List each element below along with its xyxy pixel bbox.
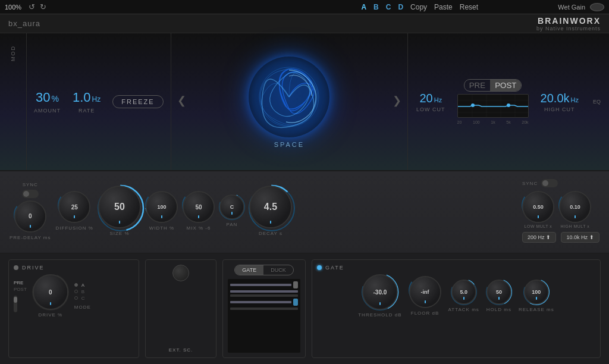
mode-selector: A B C MODE (74, 283, 91, 310)
gate-duck-toggle: GATE DUCK (234, 265, 293, 275)
eq-freq-20: 20 (457, 120, 462, 124)
gate-handle-1[interactable] (293, 281, 298, 288)
release-knob[interactable]: 100 (524, 280, 549, 305)
high-mult-knob[interactable]: 0.10 (559, 191, 591, 223)
attack-group: 5.0 ATTACK ms (448, 280, 479, 312)
sync-toggle-left[interactable] (22, 190, 39, 198)
gate-bar-1 (230, 284, 291, 286)
paste-button[interactable]: Paste (434, 3, 453, 11)
nav-left-arrow[interactable]: ❮ (177, 94, 186, 107)
preset-a[interactable]: A (361, 3, 366, 11)
reset-button[interactable]: Reset (460, 3, 478, 11)
gate-type-gate[interactable]: GATE (235, 265, 263, 275)
high-mult-label: HIGH MULT x (561, 224, 590, 228)
mix-value: 50 (195, 204, 202, 211)
width-knob[interactable]: 100 (146, 191, 178, 223)
gate-handle-2[interactable] (293, 299, 298, 306)
drive-knob[interactable]: 0 (33, 274, 68, 310)
size-value: 50 (114, 202, 125, 212)
pre-button[interactable]: PRE (464, 80, 490, 91)
low-cut-unit: Hz (434, 96, 442, 103)
low-cut-label: LOW CUT (416, 106, 445, 112)
floor-group: -inf FLOOR dB (409, 276, 441, 316)
drive-label: DRIVE (22, 265, 45, 271)
post-button[interactable]: POST (490, 80, 521, 91)
gate-bar-row-1 (230, 281, 298, 288)
mod-panel: MOD (0, 33, 27, 170)
gate-bar-5 (230, 307, 298, 310)
drive-pre-post-slider[interactable] (14, 296, 17, 312)
attack-label: ATTACK ms (448, 307, 479, 312)
preset-d[interactable]: D (398, 3, 403, 11)
threshold-knob-wrapper: -30.0 (362, 274, 398, 310)
undo-icon[interactable]: ↺ (29, 2, 35, 11)
eq-graph (458, 95, 529, 118)
diffusion-knob[interactable]: 25 (58, 191, 90, 223)
decay-knob[interactable]: 4.5 (249, 186, 292, 228)
gate-led[interactable] (317, 265, 322, 270)
gate-type-panel: GATE DUCK (222, 259, 306, 358)
zoom-level[interactable]: 100% (5, 4, 21, 11)
mod-amount-value[interactable]: 30 (36, 90, 50, 105)
attack-knob[interactable]: 5.0 (451, 280, 476, 305)
wet-gain-label: Wet Gain (558, 4, 585, 11)
low-freq-arrow: ⬆ (546, 234, 551, 240)
pan-value: C (230, 204, 234, 210)
preset-b[interactable]: B (373, 3, 379, 11)
mode-c-row: C (74, 296, 85, 301)
hold-knob[interactable]: 50 (486, 280, 511, 305)
low-freq-value: 200 Hz (528, 234, 545, 240)
drive-pre-label[interactable]: PRE (14, 280, 27, 285)
sync-toggle-right[interactable] (541, 179, 558, 187)
wet-gain-knob[interactable] (590, 3, 604, 11)
high-cut-unit: Hz (571, 96, 579, 103)
gate-label: GATE (325, 265, 344, 271)
mod-controls: 30 % AMOUNT 1.0 Hz RATE FREEZE (27, 33, 171, 170)
mode-c-label[interactable]: C (81, 296, 85, 301)
gate-header: GATE (317, 265, 595, 271)
mix-knob-wrapper: 50 (183, 191, 215, 223)
high-cut-label: HIGH CUT (544, 106, 575, 112)
ext-sc-knob[interactable] (172, 265, 189, 281)
low-cut-value[interactable]: 20 (419, 92, 432, 105)
high-mult-value: 0.10 (570, 204, 580, 210)
release-label: RELEASE ms (519, 307, 554, 312)
low-freq-button[interactable]: 200 Hz ⬆ (522, 232, 557, 243)
mode-b-label[interactable]: B (81, 289, 84, 294)
drive-led[interactable] (14, 265, 18, 270)
mode-a-label[interactable]: A (81, 283, 84, 288)
mode-options: A B C (74, 283, 91, 301)
pre-delay-label: PRE-DELAY ms (10, 235, 51, 240)
threshold-knob[interactable]: -30.0 (362, 274, 398, 310)
release-group: 100 RELEASE ms (519, 280, 554, 312)
copy-button[interactable]: Copy (410, 3, 427, 11)
high-cut-value[interactable]: 20.0k (541, 92, 570, 105)
drive-knob-group: 0 DRIVE % (33, 274, 68, 318)
high-freq-button[interactable]: 10.0k Hz ⬆ (561, 232, 599, 243)
threshold-label: THRESHOLD dB (358, 312, 401, 318)
drive-post-label[interactable]: POST (14, 287, 27, 292)
redo-icon[interactable]: ↻ (40, 2, 46, 11)
gate-type-duck[interactable]: DUCK (263, 265, 293, 275)
ext-sc-panel: EXT. SC. (145, 259, 216, 358)
mix-knob[interactable]: 50 (183, 191, 215, 223)
floor-knob[interactable]: -inf (409, 276, 441, 308)
eq-display[interactable] (457, 94, 529, 118)
gate-bar-3 (230, 294, 298, 297)
pre-delay-knob[interactable]: 0 (14, 200, 46, 233)
preset-c[interactable]: C (386, 3, 391, 11)
drive-header: DRIVE (14, 265, 134, 271)
release-value: 100 (532, 289, 541, 295)
nav-right-arrow[interactable]: ❯ (393, 94, 401, 107)
low-mult-knob[interactable]: 0.50 (522, 191, 554, 223)
size-knob[interactable]: 50 (98, 186, 141, 228)
freeze-button[interactable]: FREEZE (112, 95, 163, 108)
high-cut-group: 20.0k Hz HIGH CUT (541, 92, 579, 112)
plugin-name: bx_aura (8, 19, 40, 28)
mod-rate-value[interactable]: 1.0 (73, 90, 91, 105)
pan-knob[interactable]: C (219, 194, 244, 219)
release-knob-wrapper: 100 (524, 280, 549, 305)
floor-knob-wrapper: -inf (409, 276, 441, 308)
gate-visualization (228, 279, 300, 353)
decay-value: 4.5 (264, 202, 277, 212)
